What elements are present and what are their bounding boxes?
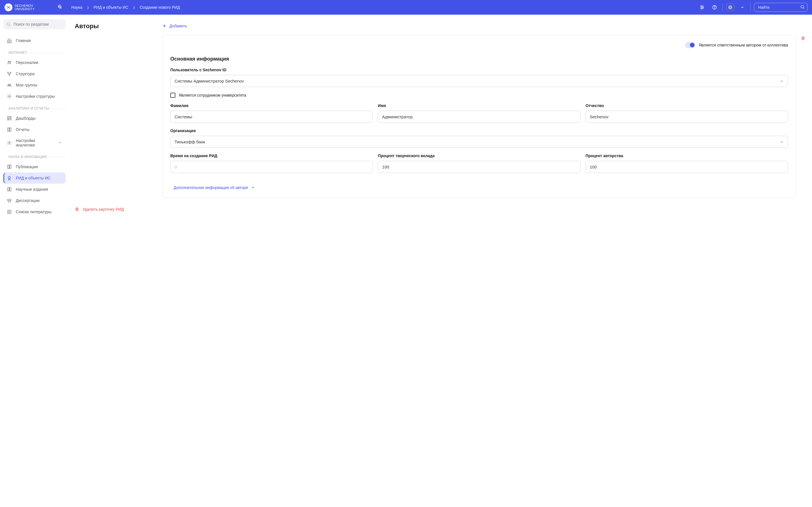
sidebar-item-label: РИД и объекты ИС — [16, 176, 50, 180]
chevron-down-icon — [58, 140, 62, 145]
author-card: Является ответственным автором от коллек… — [162, 35, 796, 198]
sidebar-section-science: НАУКА И ИННОВАЦИИ — [3, 155, 66, 159]
sidebar-item-personnel[interactable]: Персоналии — [3, 57, 66, 68]
svg-point-26 — [10, 84, 11, 86]
middlename-input[interactable] — [586, 111, 788, 123]
main-content: Авторы Добавить Является ответственным а… — [69, 15, 812, 507]
plus-icon — [162, 24, 167, 28]
svg-point-33 — [8, 176, 10, 179]
hierarchy-icon — [7, 71, 12, 76]
sidebar-search-input[interactable] — [3, 19, 66, 29]
add-button[interactable]: Добавить — [162, 24, 805, 28]
sidebar-item-reports[interactable]: Отчеты — [3, 124, 66, 135]
topbar: SECHENOV UNIVERSITY Наука ❯ РИД и объект… — [0, 0, 812, 15]
sidebar-item-structure[interactable]: Структура — [3, 68, 66, 79]
gear-icon — [7, 94, 12, 99]
topbar-search-wrap — [754, 3, 808, 12]
breadcrumb-item-2[interactable]: РИД и объекты ИС — [94, 5, 128, 10]
svg-point-13 — [714, 8, 715, 8]
breadcrumb-item-1[interactable]: Наука — [71, 5, 82, 10]
svg-point-16 — [801, 5, 804, 8]
logo[interactable]: SECHENOV UNIVERSITY — [4, 3, 35, 11]
award-icon — [7, 175, 12, 180]
svg-point-18 — [7, 23, 10, 25]
sidebar-item-label: Персоналии — [16, 60, 38, 65]
sidebar-item-label: Отчеты — [16, 127, 29, 132]
sidebar-item-label: Настройки структуры — [16, 94, 55, 99]
sidebar: Главная ИНТРАНЕТ Персоналии Структура Мо… — [0, 15, 69, 507]
sidebar-item-rid[interactable]: РИД и объекты ИС — [3, 172, 66, 184]
svg-rect-30 — [7, 119, 9, 120]
chevron-down-icon — [251, 186, 255, 189]
svg-point-4 — [9, 8, 10, 9]
sidebar-search-wrap — [3, 19, 66, 29]
sidebar-item-journals[interactable]: Научные издания — [3, 184, 66, 195]
breadcrumb: Наука ❯ РИД и объекты ИС ❯ Создание ново… — [71, 5, 698, 10]
delete-card-icon[interactable] — [801, 36, 805, 41]
sidebar-item-label: Диссертации — [16, 198, 40, 203]
trash-icon — [75, 207, 79, 212]
chevron-down-icon — [780, 79, 784, 83]
divider — [750, 3, 751, 11]
svg-rect-29 — [10, 116, 11, 117]
responsible-toggle[interactable] — [685, 42, 695, 48]
sidebar-item-dashboards[interactable]: Дашборды — [3, 113, 66, 124]
employee-checkbox[interactable]: Является сотрудником университета — [170, 93, 788, 98]
gear-icon — [7, 140, 12, 145]
svg-point-10 — [703, 7, 703, 8]
svg-point-24 — [9, 75, 10, 75]
svg-point-11 — [701, 8, 702, 9]
user-select[interactable]: Системы Администратор Sechenov — [170, 75, 788, 87]
user-label: Пользователь с Sechenov ID — [170, 68, 788, 72]
sidebar-item-structure-settings[interactable]: Настройки структуры — [3, 91, 66, 102]
svg-point-27 — [9, 96, 10, 97]
topbar-right — [698, 3, 808, 12]
sidebar-section-analytics: АНАЛИТИКА И ОТЧЕТЫ — [3, 107, 66, 110]
lastname-input[interactable] — [170, 111, 373, 123]
sidebar-item-label: Настройки аналитики — [16, 138, 54, 147]
sidebar-item-label: Структура — [16, 71, 35, 76]
time-label: Время на создание РИД — [170, 154, 373, 158]
delete-rid-button[interactable]: Удалить карточку РИД — [75, 207, 805, 212]
sidebar-item-dissertations[interactable]: Диссертации — [3, 195, 66, 206]
divider — [722, 3, 723, 11]
svg-point-1 — [7, 6, 8, 7]
trash-icon — [801, 36, 805, 41]
search-icon[interactable] — [800, 5, 805, 10]
sidebar-item-analytics-settings[interactable]: Настройки аналитики — [3, 135, 66, 151]
section-title: Авторы — [75, 22, 151, 30]
topbar-search-input[interactable] — [754, 3, 808, 12]
settings-sliders-icon[interactable] — [698, 3, 707, 12]
firstname-input[interactable] — [378, 111, 580, 123]
sidebar-item-label: Списки литературы — [16, 210, 52, 214]
time-input[interactable] — [170, 161, 373, 173]
svg-point-0 — [8, 7, 9, 8]
percent-creative-label: Процент творческого вклада — [378, 154, 580, 158]
percent-author-input[interactable] — [586, 161, 788, 173]
sidebar-item-references[interactable]: Списки литературы — [3, 206, 66, 217]
pin-icon[interactable] — [57, 4, 62, 10]
avatar[interactable] — [726, 3, 734, 11]
help-icon[interactable] — [710, 3, 719, 12]
sidebar-item-label: Главная — [16, 38, 31, 43]
svg-point-9 — [701, 6, 702, 6]
svg-rect-28 — [7, 116, 9, 118]
svg-point-20 — [8, 61, 10, 62]
breadcrumb-item-3[interactable]: Создание нового РИД — [140, 5, 180, 10]
book-icon — [7, 127, 12, 132]
checkbox-box — [170, 93, 175, 98]
group-icon — [7, 82, 12, 88]
sidebar-item-home[interactable]: Главная — [3, 35, 66, 46]
chevron-down-icon[interactable] — [738, 3, 747, 12]
logo-text: SECHENOV UNIVERSITY — [15, 4, 35, 11]
percent-creative-input[interactable] — [378, 161, 580, 173]
sidebar-item-publications[interactable]: Публикации — [3, 161, 66, 172]
sidebar-item-label: Дашборды — [16, 116, 36, 121]
sidebar-item-groups[interactable]: Мои группы — [3, 79, 66, 91]
svg-point-32 — [9, 142, 10, 144]
expand-additional-info[interactable]: Дополнительная информация об авторе — [174, 185, 788, 190]
org-select[interactable]: Тинькофф банк — [170, 136, 788, 148]
svg-point-3 — [7, 8, 8, 9]
sub-heading: Основная информация — [170, 56, 788, 62]
svg-point-25 — [8, 84, 9, 86]
